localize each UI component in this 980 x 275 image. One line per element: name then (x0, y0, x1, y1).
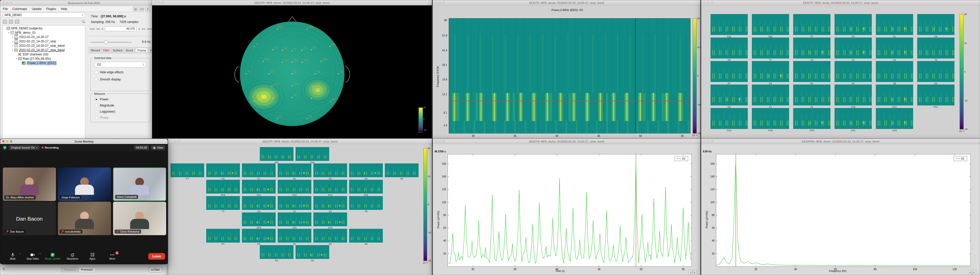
reactions-button[interactable]: Reactions (62, 253, 83, 260)
tf-cell-O1[interactable] (917, 61, 955, 82)
participant-tile[interactable]: Dan BaconDan Bacon (3, 202, 56, 235)
tf-cell-Fp2[interactable] (752, 14, 789, 35)
frequency-cursor-line[interactable] (449, 101, 690, 101)
tree-item[interactable]: NFB_DEMO (subjects) (3, 26, 85, 30)
tf-cell-F4[interactable] (917, 14, 955, 35)
tf-cell-F3[interactable] (835, 14, 872, 35)
tf-cell-F2[interactable] (793, 85, 830, 106)
time-cursor-line[interactable] (635, 18, 636, 133)
tf-cell-C4[interactable] (876, 38, 913, 59)
tf-layout-cell-P4[interactable] (313, 229, 347, 243)
participant-tile[interactable]: Jorge Palacios (58, 168, 111, 201)
view-button[interactable]: ▦ View (151, 145, 165, 150)
tf-layout-cell-F3[interactable] (206, 163, 240, 177)
folder-tool-icon[interactable] (15, 20, 19, 24)
colorbar[interactable] (959, 14, 964, 130)
slider-thumb[interactable] (104, 40, 108, 44)
current-time-box[interactable]: 49.379 (105, 26, 137, 31)
tf-layout-cell-O1[interactable] (260, 245, 293, 259)
participant-tile[interactable]: Dr. Mary Affee she/her (3, 168, 56, 201)
swap-processes-icon[interactable]: ⇅ (2, 267, 5, 271)
tab-surface[interactable]: Surface (111, 48, 124, 52)
share-screen-button[interactable]: Share Screen (43, 253, 62, 260)
participant-tile[interactable]: Harry Campbell (113, 168, 166, 201)
line-plot[interactable]: 1601401201008060402020406080100120 O2 (701, 144, 980, 274)
tf-layout-cell-Cz[interactable] (278, 196, 311, 210)
tf-cell-P4[interactable] (835, 61, 872, 82)
spectrogram-plot[interactable] (449, 18, 690, 134)
tf-layout-cell-F1[interactable] (242, 163, 275, 177)
tf-layout-cell-C3[interactable] (242, 196, 275, 210)
expander-open-icon[interactable]: ▾ (7, 31, 10, 34)
colorbar[interactable] (693, 18, 697, 134)
tab-filter[interactable]: Filter (102, 48, 111, 52)
nav-back-1[interactable]: << (97, 27, 100, 30)
tf-cell-F1[interactable] (752, 85, 789, 106)
stop-video-button[interactable]: Stop Video^ (23, 253, 43, 260)
close-button[interactable] (703, 140, 706, 142)
radio[interactable] (95, 104, 98, 107)
leave-button[interactable]: Leave (148, 253, 165, 260)
tf-layout-cell-CPz[interactable] (278, 213, 311, 226)
participant-tile[interactable]: svccdrsheila (58, 202, 111, 235)
tf-layout-cell-FC2[interactable] (313, 180, 347, 193)
mute-button[interactable]: Mute^ (3, 253, 23, 260)
filter-button[interactable]: ◂ Filter (149, 267, 162, 272)
protocol-selector[interactable]: NFB_DEMO ▴▾ (2, 13, 85, 18)
tf-cell-Cz[interactable] (835, 38, 872, 59)
tf-layout-cell-T7[interactable] (206, 196, 240, 210)
minimize-button[interactable] (707, 2, 710, 4)
tf-cell-P7[interactable] (711, 61, 748, 82)
tf-layout-cell-FC5[interactable] (206, 180, 240, 193)
close-button[interactable] (435, 2, 437, 4)
tf-layout-cell-F8[interactable] (385, 163, 418, 177)
menu-file[interactable]: File (3, 7, 8, 11)
participant-tile[interactable]: Chris Reintsma (113, 202, 166, 235)
expander-closed-icon[interactable]: ▸ (11, 40, 14, 43)
close-button[interactable] (154, 2, 156, 4)
tab-scout[interactable]: Scout (124, 48, 135, 52)
zoom-button[interactable] (711, 140, 713, 142)
tf-cell-O2[interactable] (711, 85, 748, 106)
tab-display[interactable]: Display (135, 48, 148, 53)
colorbar[interactable] (423, 148, 427, 261)
nav-fwd-0[interactable]: > (138, 27, 140, 30)
tf-cell-FCz[interactable] (917, 85, 955, 106)
tf-layout-cell-FC1[interactable] (242, 180, 275, 193)
radio-selected[interactable] (95, 98, 98, 101)
tf-cell-T7[interactable] (752, 38, 789, 59)
zoom-button[interactable] (162, 2, 164, 4)
channel-selector[interactable]: O2 ▴▾ (94, 62, 146, 67)
more-button[interactable]: More1 (102, 253, 122, 260)
tf-layout-cell-Fp1[interactable] (260, 147, 293, 161)
tf-cell-P3[interactable] (752, 61, 789, 82)
apps-button[interactable]: Apps (83, 253, 102, 260)
tf-layout-cell-Fp2[interactable] (296, 147, 329, 161)
tf-layout-cell-O2[interactable] (296, 245, 329, 259)
nav-back-2[interactable]: < (102, 27, 103, 30)
tf-cell-C3[interactable] (793, 38, 830, 59)
minimize-button[interactable] (6, 140, 8, 142)
tf-cell-CPz[interactable] (835, 108, 872, 129)
tf-layout-cell-FCz[interactable] (278, 180, 311, 193)
menu-colormaps[interactable]: Colormaps (12, 7, 27, 11)
panel-layout-icon[interactable]: ▤ (133, 6, 138, 11)
tf-cell-T8[interactable] (917, 38, 955, 59)
tf-cell-P8[interactable] (876, 61, 913, 82)
chevron-down-icon[interactable]: ▾ (37, 147, 38, 149)
tf-layout-cell-CP4[interactable] (313, 213, 347, 226)
menu-update[interactable]: Update (32, 7, 41, 11)
tree-item[interactable]: Power,2-80Hz (EEG) (3, 61, 85, 65)
close-button[interactable] (2, 140, 5, 142)
tf-cell-CP3[interactable] (793, 108, 830, 129)
zoom-button[interactable] (442, 2, 445, 4)
minimize-button[interactable] (174, 140, 177, 142)
close-button[interactable] (170, 140, 172, 142)
tree-item[interactable]: ▾2022-02-23_14-20-17_stop_band (3, 48, 85, 52)
zoom-button[interactable] (711, 2, 713, 4)
line-plot[interactable]: 16014012010080604020303540455055 O2 (433, 144, 702, 274)
tf-cell-CP4[interactable] (876, 108, 913, 129)
nav-fwd-1[interactable]: >> (142, 27, 145, 30)
topography-canvas[interactable]: Fp1 Fp2 F7 F3 Fz F4 F8 F1 F2 FC5 FC1 FCz… (152, 5, 432, 138)
checkbox[interactable] (95, 78, 98, 81)
